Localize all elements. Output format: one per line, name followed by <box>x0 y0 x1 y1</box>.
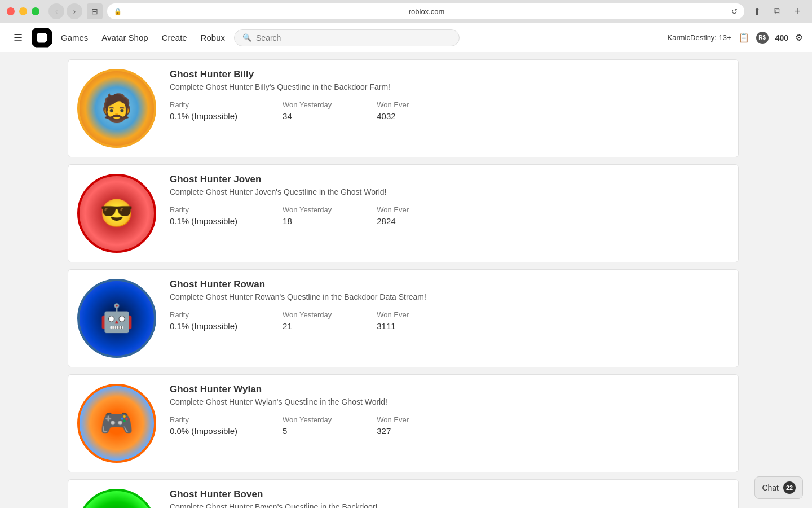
chat-bubble[interactable]: Chat 22 <box>754 476 803 499</box>
add-bookmark-button[interactable]: ⧉ <box>769 3 785 19</box>
settings-button[interactable]: ⚙ <box>795 32 803 43</box>
won-ever-value: 327 <box>377 426 409 436</box>
badge-name: Ghost Hunter Wylan <box>170 384 729 395</box>
stat-won-yesterday: Won Yesterday 5 <box>283 415 332 436</box>
back-button[interactable]: ‹ <box>48 3 64 19</box>
rarity-label: Rarity <box>170 415 237 424</box>
close-button[interactable] <box>7 7 15 15</box>
won-yesterday-value: 5 <box>283 426 332 436</box>
badge-description: Complete Ghost Hunter Wylan's Questline … <box>170 397 729 406</box>
won-ever-value: 3111 <box>377 321 409 331</box>
browser-toolbar-right: ⬆ ⧉ + <box>749 3 805 19</box>
search-icon: 🔍 <box>242 33 251 42</box>
badge-name: Ghost Hunter Boven <box>170 489 729 500</box>
badge-item: 🤖 Ghost Hunter Rowan Complete Ghost Hunt… <box>68 269 739 367</box>
username-label: KarmicDestiny: 13+ <box>668 33 731 42</box>
nav-links: Games Avatar Shop Create Robux <box>61 28 225 47</box>
sidebar-toggle-button[interactable]: ⊟ <box>87 3 103 19</box>
nav-right-section: KarmicDestiny: 13+ 📋 R$ 400 ⚙ <box>668 32 803 44</box>
reload-button[interactable]: ↺ <box>731 7 738 16</box>
stat-won-yesterday: Won Yesterday 34 <box>283 100 332 121</box>
badge-description: Complete Ghost Hunter Boven's Questline … <box>170 502 729 508</box>
roblox-logo[interactable] <box>32 28 52 48</box>
badge-stats: Rarity 0.0% (Impossible) Won Yesterday 5… <box>170 415 729 436</box>
badge-avatar-icon: 🦸 <box>80 491 154 508</box>
badge-avatar-icon: 😎 <box>80 176 154 251</box>
badge-stats: Rarity 0.1% (Impossible) Won Yesterday 2… <box>170 310 729 331</box>
won-ever-label: Won Ever <box>377 205 409 214</box>
badge-item: 🎮 Ghost Hunter Wylan Complete Ghost Hunt… <box>68 374 739 472</box>
stat-won-ever: Won Ever 3111 <box>377 310 409 331</box>
stat-won-ever: Won Ever 4032 <box>377 100 409 121</box>
search-bar[interactable]: 🔍 <box>234 29 460 46</box>
badge-name: Ghost Hunter Joven <box>170 174 729 185</box>
won-yesterday-label: Won Yesterday <box>283 205 332 214</box>
main-content: 🧔 Ghost Hunter Billy Complete Ghost Hunt… <box>0 52 812 508</box>
badge-avatar-icon: 🤖 <box>80 281 154 356</box>
robux-amount: 400 <box>775 33 788 42</box>
hamburger-menu-button[interactable]: ☰ <box>9 27 27 49</box>
stat-rarity: Rarity 0.1% (Impossible) <box>170 205 237 226</box>
notifications-button[interactable]: 📋 <box>738 32 749 43</box>
rarity-value: 0.0% (Impossible) <box>170 426 237 436</box>
rarity-value: 0.1% (Impossible) <box>170 216 237 226</box>
badge-description: Complete Ghost Hunter Joven's Questline … <box>170 187 729 196</box>
badge-info: Ghost Hunter Joven Complete Ghost Hunter… <box>170 174 729 226</box>
badge-image: 🦸 <box>77 489 156 508</box>
url-text: roblox.com <box>125 7 728 16</box>
won-ever-label: Won Ever <box>377 100 409 109</box>
chat-count-badge: 22 <box>783 481 796 494</box>
badge-name: Ghost Hunter Billy <box>170 69 729 80</box>
stat-rarity: Rarity 0.1% (Impossible) <box>170 310 237 331</box>
robux-currency-icon: R$ <box>756 32 769 44</box>
roblox-logo-inner <box>37 33 47 43</box>
won-yesterday-value: 18 <box>283 216 332 226</box>
nav-robux-link[interactable]: Robux <box>201 28 225 47</box>
badge-description: Complete Ghost Hunter Billy's Questline … <box>170 82 729 91</box>
nav-avatar-shop-link[interactable]: Avatar Shop <box>102 28 148 47</box>
stat-won-yesterday: Won Yesterday 21 <box>283 310 332 331</box>
badge-item: 😎 Ghost Hunter Joven Complete Ghost Hunt… <box>68 164 739 262</box>
rarity-value: 0.1% (Impossible) <box>170 321 237 331</box>
address-bar: 🔒 roblox.com ↺ <box>107 3 744 19</box>
search-input[interactable] <box>256 33 451 42</box>
rarity-label: Rarity <box>170 205 237 214</box>
browser-chrome: ‹ › ⊟ 🔒 roblox.com ↺ ⬆ ⧉ + <box>0 0 812 23</box>
won-yesterday-label: Won Yesterday <box>283 310 332 319</box>
stat-won-ever: Won Ever 327 <box>377 415 409 436</box>
won-ever-value: 4032 <box>377 111 409 121</box>
rarity-label: Rarity <box>170 100 237 109</box>
nav-games-link[interactable]: Games <box>61 28 88 47</box>
won-ever-value: 2824 <box>377 216 409 226</box>
badge-description: Complete Ghost Hunter Rowan's Questline … <box>170 292 729 301</box>
nav-buttons: ‹ › <box>48 3 82 19</box>
badge-stats: Rarity 0.1% (Impossible) Won Yesterday 1… <box>170 205 729 226</box>
badge-image: 🤖 <box>77 279 156 358</box>
stat-won-ever: Won Ever 2824 <box>377 205 409 226</box>
minimize-button[interactable] <box>19 7 27 15</box>
won-ever-label: Won Ever <box>377 415 409 424</box>
won-yesterday-value: 21 <box>283 321 332 331</box>
badge-avatar-icon: 🎮 <box>80 386 154 461</box>
browser-titlebar: ‹ › ⊟ 🔒 roblox.com ↺ ⬆ ⧉ + <box>0 0 812 23</box>
badge-image: 😎 <box>77 174 156 253</box>
won-yesterday-value: 34 <box>283 111 332 121</box>
share-button[interactable]: ⬆ <box>749 3 765 19</box>
stat-rarity: Rarity 0.0% (Impossible) <box>170 415 237 436</box>
won-ever-label: Won Ever <box>377 310 409 319</box>
roblox-navbar: ☰ Games Avatar Shop Create Robux 🔍 Karmi… <box>0 23 812 52</box>
badge-info: Ghost Hunter Rowan Complete Ghost Hunter… <box>170 279 729 331</box>
badge-item: 🧔 Ghost Hunter Billy Complete Ghost Hunt… <box>68 59 739 157</box>
chat-label: Chat <box>762 483 779 492</box>
badge-stats: Rarity 0.1% (Impossible) Won Yesterday 3… <box>170 100 729 121</box>
maximize-button[interactable] <box>32 7 39 15</box>
nav-create-link[interactable]: Create <box>162 28 187 47</box>
badge-name: Ghost Hunter Rowan <box>170 279 729 290</box>
forward-button[interactable]: › <box>67 3 82 19</box>
stat-won-yesterday: Won Yesterday 18 <box>283 205 332 226</box>
new-tab-button[interactable]: + <box>789 3 805 19</box>
badge-image: 🧔 <box>77 69 156 148</box>
badge-info: Ghost Hunter Billy Complete Ghost Hunter… <box>170 69 729 121</box>
lock-icon: 🔒 <box>114 8 122 15</box>
badge-image: 🎮 <box>77 384 156 463</box>
